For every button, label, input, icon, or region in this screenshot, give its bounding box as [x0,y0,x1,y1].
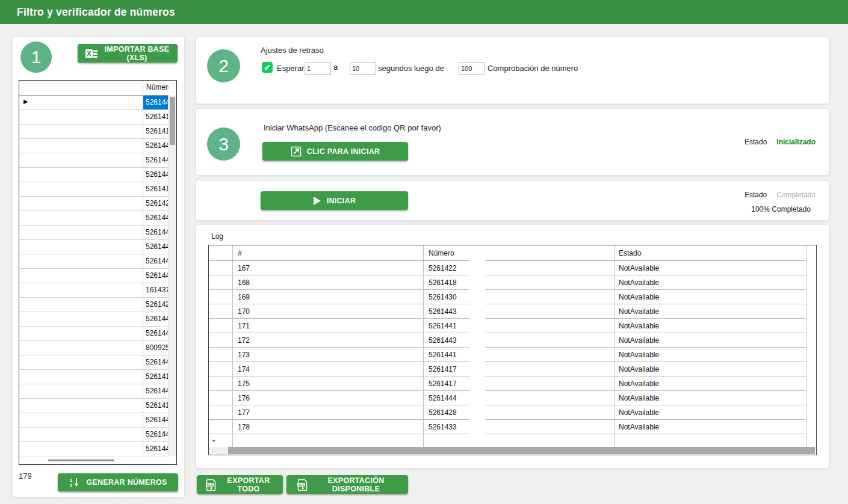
generate-numbers-button[interactable]: 1 2 GENERAR NÚMEROS [58,473,178,491]
numbers-grid-row[interactable]: 526144 [19,413,169,428]
number-cell[interactable]: 526141 [143,370,169,384]
row-selector-cell[interactable] [19,124,143,138]
log-estado-cell[interactable]: NotAvailable [615,333,806,347]
number-cell[interactable]: 526144 [143,442,169,456]
log-estado-cell[interactable]: NotAvailable [615,362,806,376]
row-selector-cell[interactable] [19,226,143,239]
log-row-header-cell[interactable]: * [209,434,233,448]
number-cell[interactable]: 526144 [143,211,169,225]
log-estado-cell[interactable]: NotAvailable [615,376,806,390]
row-selector-cell[interactable] [19,355,143,369]
log-horizontal-scrollbar-thumb[interactable] [228,447,815,454]
log-estado-cell[interactable]: NotAvailable [615,319,806,333]
row-selector-cell[interactable] [19,168,143,182]
numbers-grid-row[interactable]: 526141 [19,124,169,139]
log-table-row[interactable]: 1765261444NotAvailable [209,391,806,405]
log-index-cell[interactable]: 173 [233,348,424,361]
log-index-column-header[interactable]: # [233,245,424,260]
row-selector-cell[interactable] [19,413,143,427]
number-cell[interactable]: 526144 [143,168,169,182]
numbers-grid-row[interactable]: 526144 [19,240,169,254]
log-table-row[interactable]: 1735261441NotAvailable [209,348,806,362]
log-table-row[interactable]: 1785261433NotAvailable [209,420,806,434]
start-button[interactable]: INICIAR [261,191,408,210]
log-horizontal-scrollbar[interactable] [209,447,816,454]
number-cell[interactable]: 526144 [143,254,169,268]
log-estado-cell[interactable]: NotAvailable [615,348,806,361]
log-numero-cell[interactable]: 5261433 [424,420,615,434]
log-index-cell[interactable]: 177 [233,405,424,419]
numbers-grid-row[interactable]: ▶526144 [19,96,169,110]
row-selector-cell[interactable] [19,153,143,167]
log-table-row[interactable]: 1745261417NotAvailable [209,362,806,376]
number-cell[interactable]: 526142 [143,197,169,211]
log-index-cell[interactable] [233,434,424,448]
numbers-grid-row[interactable]: 526144 [19,327,169,341]
row-selector-cell[interactable] [19,298,143,312]
log-index-cell[interactable]: 169 [233,290,424,304]
log-row-header-cell[interactable] [209,362,233,376]
number-cell[interactable]: 800925 [143,341,169,355]
row-selector-cell[interactable] [19,370,143,384]
numbers-grid-row[interactable]: 800925 [19,341,169,355]
numbers-grid-row[interactable]: 526141 [19,370,169,384]
number-column-header[interactable]: Número [143,81,169,95]
log-estado-cell[interactable]: NotAvailable [615,420,806,434]
numbers-grid-row[interactable]: 526144 [19,226,169,240]
number-cell[interactable]: 526144 [143,327,169,340]
numbers-grid-row[interactable]: 526144 [19,153,169,168]
log-row-header-cell[interactable] [209,420,233,434]
numbers-grid-row[interactable]: 526144 [19,168,169,182]
numbers-grid-row[interactable]: 526144 [19,384,169,399]
log-numero-cell[interactable]: 5261443 [424,304,615,318]
number-cell[interactable]: 526144 [143,96,169,109]
log-index-cell[interactable]: 170 [233,304,424,318]
number-cell[interactable]: 161437 [143,283,169,297]
number-cell[interactable]: 526144 [143,139,169,153]
log-index-cell[interactable]: 178 [233,420,424,434]
log-estado-cell[interactable]: NotAvailable [615,261,806,275]
row-selector-cell[interactable] [19,327,143,340]
number-cell[interactable]: 526142 [143,298,169,312]
log-table-row[interactable]: 1755261417NotAvailable [209,376,806,391]
row-selector-cell[interactable] [19,197,143,211]
log-estado-cell[interactable]: NotAvailable [615,290,806,304]
log-row-header-cell[interactable] [209,348,233,361]
log-index-cell[interactable]: 171 [233,319,424,333]
number-cell[interactable]: 526141 [143,110,169,124]
number-cell[interactable]: 526144 [143,240,169,254]
numbers-grid-row[interactable]: 526144 [19,442,169,456]
log-numero-cell[interactable]: 5261444 [424,391,615,405]
log-row-header-cell[interactable] [209,290,233,304]
log-numero-cell[interactable] [424,434,615,448]
number-cell[interactable]: 526144 [143,413,169,427]
log-estado-cell[interactable]: NotAvailable [615,304,806,318]
row-selector-cell[interactable] [19,269,143,283]
max-seconds-input[interactable] [350,62,376,75]
log-numero-cell[interactable]: 5261418 [424,275,615,289]
log-table-row[interactable]: 1775261428NotAvailable [209,405,806,420]
log-row-header-cell[interactable] [209,261,233,275]
log-numero-column-header[interactable]: Número [424,245,615,260]
export-all-button[interactable]: XLS EXPORTAR TODO [197,475,283,494]
log-numero-cell[interactable]: 5261441 [424,319,615,333]
numbers-grid-row[interactable]: 526144 [19,355,169,370]
wait-checkbox[interactable]: ✔ [262,62,273,73]
log-numero-cell[interactable]: 5261430 [424,290,615,304]
log-index-cell[interactable]: 168 [233,275,424,289]
numbers-grid-row[interactable]: 526142 [19,298,169,312]
log-index-cell[interactable]: 167 [233,261,424,275]
numbers-grid-row[interactable]: 526144 [19,139,169,153]
row-selector-cell[interactable] [19,254,143,268]
numbers-grid-row[interactable]: 526144 [19,211,169,226]
row-selector-cell[interactable] [19,283,143,297]
log-numero-cell[interactable]: 5261417 [424,362,615,376]
log-estado-cell[interactable]: NotAvailable [615,391,806,405]
row-selector-cell[interactable] [19,211,143,225]
row-selector-cell[interactable] [19,399,143,413]
row-selector-cell[interactable] [19,139,143,153]
log-row-header-cell[interactable] [209,319,233,333]
log-table-row[interactable]: 1675261422NotAvailable [209,261,806,275]
numbers-grid-row[interactable]: 526142 [19,197,169,211]
row-selector-cell[interactable]: ▶ [19,96,143,109]
